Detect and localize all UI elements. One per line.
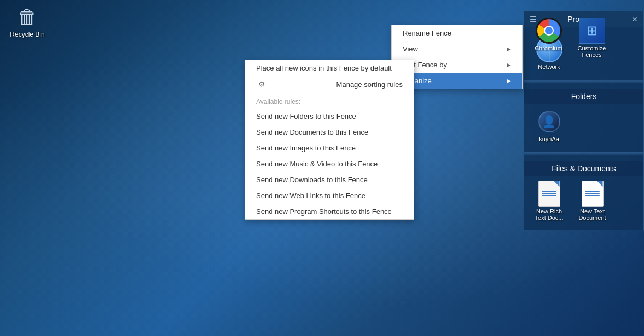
send-program-shortcuts-item[interactable]: Send new Program Shortcuts to this Fence <box>245 204 414 219</box>
doc-line-3 <box>542 195 556 196</box>
folders-section: Folders 👤 kuyhAa <box>524 84 643 151</box>
doc-line-6 <box>585 195 600 196</box>
organize-arrow-icon: ▶ <box>507 78 511 84</box>
recycle-bin-label: Recycle Bin <box>10 31 44 38</box>
send-downloads-item[interactable]: Send new Downloads to this Fence <box>245 172 414 188</box>
customize-fences-label: Customize Fences <box>573 45 610 58</box>
submenu-separator <box>245 94 414 94</box>
rich-text-doc-label: New Rich Text Doc... <box>531 208 567 221</box>
manage-sorting-item[interactable]: ⚙ Manage sorting rules <box>245 76 414 92</box>
send-folders-label: Send new Folders to this Fence <box>256 112 356 120</box>
doc-line-5 <box>585 193 600 194</box>
send-music-video-item[interactable]: Send new Music & Video to this Fence <box>245 156 414 172</box>
customize-fences-icon: ⊞ <box>579 18 605 44</box>
rich-text-doc-icon <box>536 181 562 207</box>
send-downloads-label: Send new Downloads to this Fence <box>256 176 368 184</box>
send-folders-item[interactable]: Send new Folders to this Fence <box>245 108 414 124</box>
manage-sorting-icon: ⚙ <box>256 80 267 89</box>
new-text-doc-label: New Text Document <box>574 208 611 221</box>
send-documents-label: Send new Documents to this Fence <box>256 128 368 136</box>
sort-arrow-icon: ▶ <box>507 62 511 68</box>
programs-extra-icons: Chromium ⊞ Customize Fences <box>524 11 644 65</box>
rich-text-doc-item[interactable]: New Rich Text Doc... <box>529 178 570 223</box>
folders-section-title: Folders <box>524 89 643 104</box>
txt-file-icon <box>582 181 604 207</box>
customize-fences-item[interactable]: ⊞ Customize Fences <box>571 15 612 60</box>
chromium-inner-circle <box>544 26 554 36</box>
rtf-file-icon <box>538 181 560 207</box>
kuyhaa-label: kuyhAa <box>539 136 559 142</box>
rename-fence-item[interactable]: Rename Fence <box>392 25 522 41</box>
view-label: View <box>403 45 418 53</box>
new-text-doc-item[interactable]: New Text Document <box>572 178 613 223</box>
send-documents-item[interactable]: Send new Documents to this Fence <box>245 124 414 140</box>
send-images-label: Send new Images to this Fence <box>256 144 356 152</box>
files-icons-row: New Rich Text Doc... New Text Document <box>524 176 643 225</box>
view-item[interactable]: View ▶ <box>392 41 522 57</box>
user-folder-icon: 👤 <box>538 111 560 132</box>
rename-fence-label: Rename Fence <box>403 29 451 37</box>
desktop: kuyhaa-android19.blogspot.com 🗑 Recycle … <box>0 0 644 336</box>
customize-icon-box: ⊞ <box>579 18 605 44</box>
place-all-new-item[interactable]: Place all new icons in this Fence by def… <box>245 60 414 76</box>
recycle-bin-icon[interactable]: 🗑 Recycle Bin <box>5 5 49 38</box>
chromium-label: Chromium <box>535 45 562 51</box>
section-divider-2 <box>524 152 643 155</box>
place-all-new-label: Place all new icons in this Fence by def… <box>256 64 392 72</box>
organize-submenu: Place all new icons in this Fence by def… <box>245 60 414 220</box>
kuyhaa-icon-item[interactable]: 👤 kuyhAa <box>529 106 570 144</box>
files-docs-section: Files & Documents New Rich Text Doc... <box>524 157 643 230</box>
customize-icon-symbol: ⊞ <box>587 23 597 38</box>
chromium-icon <box>536 18 562 44</box>
send-images-item[interactable]: Send new Images to this Fence <box>245 140 414 156</box>
doc-line-4 <box>585 191 600 192</box>
send-web-links-label: Send new Web Links to this Fence <box>256 192 365 200</box>
kuyhaa-icon: 👤 <box>536 108 562 135</box>
recycle-bin-symbol: 🗑 <box>18 5 37 28</box>
send-music-video-label: Send new Music & Video to this Fence <box>256 160 378 168</box>
chromium-icon-item[interactable]: Chromium <box>528 15 569 60</box>
doc-line-1 <box>542 191 556 192</box>
available-rules-label: Available rules: <box>245 95 414 108</box>
files-docs-section-title: Files & Documents <box>524 161 643 176</box>
new-text-doc-icon <box>579 181 606 207</box>
section-divider-1 <box>524 80 643 83</box>
view-arrow-icon: ▶ <box>507 46 511 52</box>
chromium-icon-wrapper <box>536 18 562 44</box>
send-program-shortcuts-label: Send new Program Shortcuts to this Fence <box>256 207 392 216</box>
send-web-links-item[interactable]: Send new Web Links to this Fence <box>245 188 414 204</box>
folders-icons-row: 👤 kuyhAa <box>524 104 643 147</box>
doc-line-2 <box>542 193 556 194</box>
manage-sorting-label: Manage sorting rules <box>336 80 403 89</box>
